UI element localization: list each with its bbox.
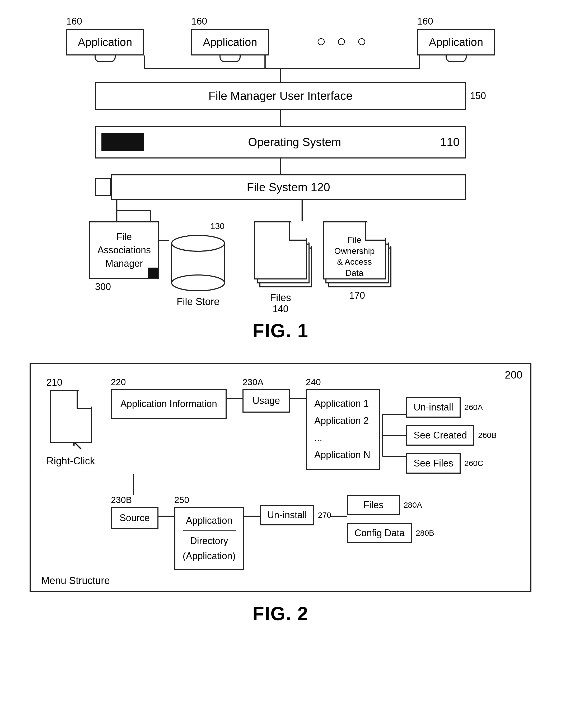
app-list-line1: Application 1 [314,395,371,412]
app2-label: Application [203,36,257,48]
app-list-dots: ... [314,430,371,447]
ref-120: 120 [311,181,330,194]
see-files-btn: See Files [406,453,461,474]
files-col: Files 140 [254,221,307,315]
app-info-col: 220 Application Information [111,377,227,419]
ellipsis: ○ ○ ○ [316,32,370,55]
os-wrapper: Operating System 110 [95,126,466,158]
source-col: 230B Source [111,495,158,529]
conn-ai-usage [227,387,242,410]
ref-230b: 230B [111,495,158,505]
files-label: Files [270,292,291,304]
app-list-line2: Application 2 [314,412,371,430]
conn-usage-applist [290,387,306,410]
app-info-box: Application Information [111,389,227,419]
ref-220: 220 [111,377,227,387]
ref-210: 210 [46,377,62,388]
ref-260c: 260C [464,459,483,468]
ref-160-1: 160 [66,16,82,27]
menu-structure-label: Menu Structure [41,575,110,586]
ref-260b: 260B [478,431,497,440]
app-list-box: Application 1 Application 2 ... Applicat… [306,389,380,470]
conn-applist-btns: Un-install 260A See Created 260B [380,397,497,474]
filesystem-box: File System 120 [111,174,466,200]
fig2-diagram: Menu Structure 200 210 ↖ Right-Click [30,363,531,624]
uninstall-270-col: Un-install 270 [260,495,331,525]
see-created-btn: See Created [406,425,474,446]
filestore-label: File Store [177,296,220,307]
usage-col: 230A Usage [242,377,290,413]
files-config-col: Files 280A Config Data 280B [347,495,434,543]
ref-270: 270 [318,511,331,520]
conn-appdetail-uninstall [244,505,260,528]
app3-label: Application [429,36,483,48]
app-single-label: Application [183,513,236,528]
fig2-title: FIG. 2 [253,603,308,624]
app1-wrapper: 160 Application [66,16,144,55]
rightclick-col: 210 ↖ Right-Click [46,377,95,467]
usage-box: Usage [242,389,290,413]
ref-250: 250 [174,495,244,505]
divider [183,530,236,531]
ref-260a: 260A [464,403,483,412]
ref-230a: 230A [242,377,290,387]
file-manager-ui-label: File Manager User Interface [208,89,352,102]
ref-280b: 280B [416,529,434,538]
applist-col: 240 Application 1 Application 2 ... Appl… [306,377,380,470]
app-info-label: Application Information [120,398,217,409]
usage-label: Usage [253,395,280,406]
os-black-rect [101,133,144,151]
fam-col: File Associations Manager 300 [95,221,153,292]
filesystem-wrapper: File System 120 [95,174,466,200]
directory-sub: (Application) [183,548,236,564]
app-list-line3: Application N [314,446,371,464]
filesystem-label: File System [247,181,307,194]
fig1-diagram: 160 Application 160 Application ○ ○ ○ 16… [43,16,518,342]
svg-point-12 [172,275,225,291]
os-label: Operating System [149,136,440,149]
ownership-text: File Ownership & Access Data [328,235,381,278]
uninstall-btn-260a: Un-install [406,397,461,418]
app1-label: Application [78,36,132,48]
filestore-col: 130 File Store [169,221,227,307]
config-data-btn-280b: Config Data [347,523,412,543]
file-manager-ui-wrapper: File Manager User Interface 150 [95,82,466,110]
ownership-col: File Ownership & Access Data 170 [323,221,391,301]
ref-170: 170 [349,290,365,301]
files-btn-280a: Files [347,495,400,515]
ref-280a: 280A [404,501,422,510]
fs-left-rect [95,178,111,196]
svg-point-13 [172,235,225,251]
fam-black-corner [148,268,158,278]
directory-label: Directory [183,533,236,549]
uninstall-btn-270: Un-install [260,505,314,525]
rc-doc [50,390,92,443]
ref-140: 140 [273,304,288,315]
fig2-frame: Menu Structure 200 210 ↖ Right-Click [30,363,531,592]
ref-300: 300 [95,281,111,292]
filesystem-row: File System 120 [95,174,466,200]
app-detail-box: Application Directory (Application) [174,507,244,570]
source-box: Source [111,507,158,529]
menu-main: 220 Application Information 230A [111,377,515,570]
fig2-content: 210 ↖ Right-Click 220 Applicat [46,377,515,570]
rightclick-label: Right-Click [46,455,95,467]
ellipsis-dots: ○ ○ ○ [316,32,370,50]
fam-label2: Associations [97,245,151,255]
source-label: Source [120,512,150,523]
ref-150: 150 [470,90,486,101]
conn-source-appdetail [158,505,174,528]
file-page-3 [254,221,307,279]
ref-130-label: 130 [211,221,225,231]
app3-box: Application [417,29,495,55]
conn-uninstall-files [331,505,347,528]
os-box: Operating System 110 [95,126,466,158]
ref-240: 240 [306,377,380,387]
file-manager-ui-box: File Manager User Interface 150 [95,82,466,110]
fam-box: File Associations Manager [89,221,159,279]
app2-box: Application [191,29,269,55]
app2-wrapper: 160 Application [191,16,269,55]
appdetail-col: 250 Application Directory (Application) [174,495,244,570]
action-btns-col: Un-install 260A See Created 260B [406,397,497,474]
app3-wrapper: 160 Application [417,16,495,55]
